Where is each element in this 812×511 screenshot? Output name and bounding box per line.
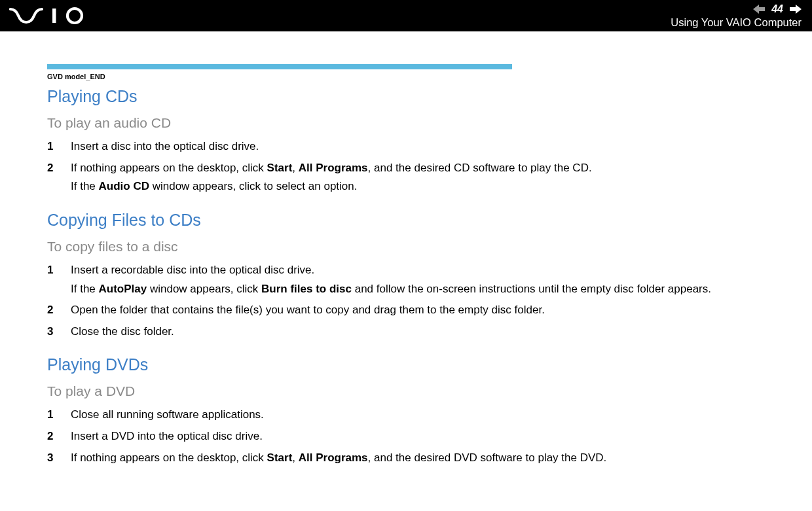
step-line: Insert a recordable disc into the optica… [71,264,314,276]
step-text: Close the disc folder. [71,324,775,340]
step-text: If nothing appears on the desktop, click… [71,450,775,467]
step-line: If nothing appears on the desktop, click… [71,162,592,174]
step-number: 3 [47,450,71,467]
step-item: 1 Insert a disc into the optical disc dr… [47,139,775,155]
step-text: Insert a recordable disc into the optica… [71,262,775,297]
step-text: Insert a DVD into the optical disc drive… [71,429,775,445]
step-number: 2 [47,302,71,319]
section-heading: Playing DVDs [47,355,775,374]
step-item: 2 If nothing appears on the desktop, cli… [47,160,775,195]
document-header: 44 Using Your VAIO Computer [0,0,812,31]
step-text: If nothing appears on the desktop, click… [71,160,775,195]
breadcrumb: Using Your VAIO Computer [671,16,802,29]
step-text: Insert a disc into the optical disc driv… [71,139,775,155]
page-content: GVD model_END Playing CDs To play an aud… [0,31,812,501]
step-number: 1 [47,262,71,279]
nav-next-icon[interactable] [790,5,802,14]
section-subheading: To play a DVD [47,383,775,399]
section-subheading: To play an audio CD [47,115,775,131]
step-subline: If the Audio CD window appears, click to… [71,179,775,195]
section-subheading: To copy files to a disc [47,239,775,255]
model-tag: GVD model_END [47,64,775,80]
section-heading: Copying Files to CDs [47,211,775,230]
step-item: 1 Insert a recordable disc into the opti… [47,262,775,297]
step-text: Open the folder that contains the file(s… [71,302,775,319]
nav-prev-icon[interactable] [753,5,765,14]
step-item: 3 If nothing appears on the desktop, cli… [47,450,775,467]
step-number: 1 [47,407,71,423]
step-list: 1 Close all running software application… [47,407,775,466]
step-text: Close all running software applications. [71,407,775,423]
svg-point-1 [67,9,82,23]
step-number: 2 [47,160,71,177]
section-heading: Playing CDs [47,87,775,106]
step-number: 3 [47,324,71,340]
svg-rect-0 [52,9,56,23]
step-number: 2 [47,429,71,445]
step-list: 1 Insert a recordable disc into the opti… [47,262,775,340]
page-number: 44 [771,3,783,15]
tag-label: GVD model_END [47,73,775,80]
step-subline: If the AutoPlay window appears, click Bu… [71,281,775,298]
step-item: 2 Open the folder that contains the file… [47,302,775,319]
page-nav: 44 [753,3,802,15]
step-list: 1 Insert a disc into the optical disc dr… [47,139,775,195]
step-item: 3 Close the disc folder. [47,324,775,340]
step-item: 1 Close all running software application… [47,407,775,423]
tag-accent-bar [47,64,512,69]
vaio-logo [9,0,101,31]
step-item: 2 Insert a DVD into the optical disc dri… [47,429,775,445]
step-number: 1 [47,139,71,155]
